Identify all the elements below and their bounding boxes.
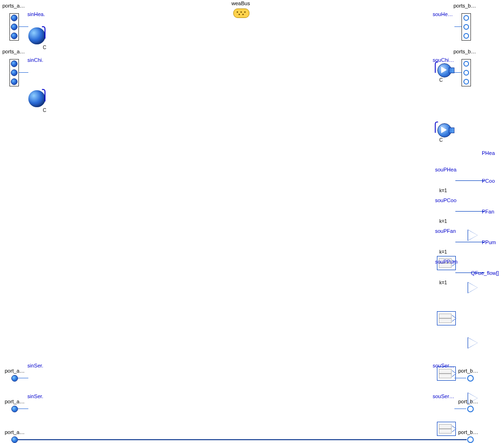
port-a-single-2-label: port_a… — [5, 399, 25, 404]
port-a-single-1[interactable] — [11, 375, 18, 382]
wire-souser2 — [454, 409, 466, 409]
ports-b-array-2-label: ports_b… — [453, 49, 476, 54]
out-pcoo-label: PCoo — [482, 178, 495, 184]
port-b-single-2-label: port_b… — [458, 399, 478, 404]
wea-bus-label: weaBus — [231, 0, 250, 6]
out-pfan-label: PFan — [482, 209, 494, 214]
pump-souhe[interactable]: ⎧ — [435, 63, 453, 77]
sinser2-label: sinSer. — [27, 393, 43, 399]
wire-sinchi — [19, 72, 28, 73]
souhe-label: souHe… — [433, 11, 453, 17]
out-phea-label: PHea — [482, 150, 495, 156]
sphere-sinhea[interactable]: ⎫ — [28, 27, 45, 44]
port-a-single-3-label: port_a… — [5, 429, 25, 435]
wea-bus-connector[interactable] — [233, 9, 249, 18]
ports-a-array-1-label: ports_a… — [2, 3, 25, 9]
port-b-single-1[interactable] — [467, 375, 474, 382]
wire-souhe — [454, 26, 461, 27]
wire-sinhea — [19, 26, 28, 27]
port-b-single-3[interactable] — [467, 436, 474, 443]
wire-pfan-out — [455, 242, 485, 242]
souser1-label: souSer… — [433, 363, 454, 368]
port-b-single-2[interactable] — [467, 406, 474, 412]
wire-pcoo-out — [455, 211, 485, 212]
gain-souPHea-label: souPHea — [435, 167, 456, 172]
gain-souPCoo-label: souPCoo — [435, 197, 456, 203]
port-a-single-3[interactable] — [11, 436, 18, 443]
gain-souPFan-k: k=1 — [439, 249, 447, 255]
wire-souchi — [454, 72, 461, 73]
gain-souPFan[interactable] — [437, 366, 456, 381]
wire-sinser2 — [18, 409, 28, 409]
gain-souPFan-label: souPFan — [435, 228, 456, 234]
ports-b-array-1[interactable] — [461, 13, 471, 41]
gain-souPCoo[interactable] — [437, 311, 456, 325]
wire-sinser1 — [18, 378, 28, 378]
ports-a-array-2-label: ports_a… — [2, 49, 25, 54]
sinchi-label: sinChi. — [27, 57, 43, 63]
out-ppum-label: PPum — [482, 239, 496, 245]
sinser1-label: sinSer. — [27, 363, 43, 368]
port-b-single-3-label: port_b… — [458, 429, 478, 435]
gain-souPCoo-k: k=1 — [439, 219, 447, 224]
ports-a-array-1[interactable] — [9, 13, 19, 41]
pump-souchi[interactable]: ⎧ — [435, 123, 453, 137]
sinhea-label: sinHea. — [27, 11, 45, 17]
sphere-sinchi[interactable]: ⎫ — [28, 90, 45, 107]
out-qfue-label: QFue_flow[] — [471, 270, 499, 276]
gain-souPPum[interactable] — [437, 422, 456, 436]
ports-a-array-2[interactable] — [9, 59, 19, 86]
souser2-label: souSer… — [433, 393, 454, 399]
port-a-single-2[interactable] — [11, 406, 18, 412]
port-b-single-1-label: port_b… — [458, 368, 478, 374]
gain-souPPum-k: k=1 — [439, 280, 447, 285]
ports-b-array-1-label: ports_b… — [453, 3, 476, 9]
gain-souPPum-label: souPPum — [435, 259, 458, 264]
ports-b-array-2[interactable] — [461, 59, 471, 86]
out-phea-tri[interactable] — [468, 230, 478, 240]
wire-souser1 — [454, 378, 466, 378]
out-pcoo-tri[interactable] — [468, 282, 478, 293]
out-pfan-tri[interactable] — [468, 338, 478, 348]
souchi-label: souChi… — [433, 57, 454, 63]
gain-souPHea-k: k=1 — [439, 188, 447, 193]
wire-phea-out — [455, 180, 485, 181]
port-a-single-1-label: port_a… — [5, 368, 25, 374]
wire-bottom-long — [18, 439, 467, 440]
